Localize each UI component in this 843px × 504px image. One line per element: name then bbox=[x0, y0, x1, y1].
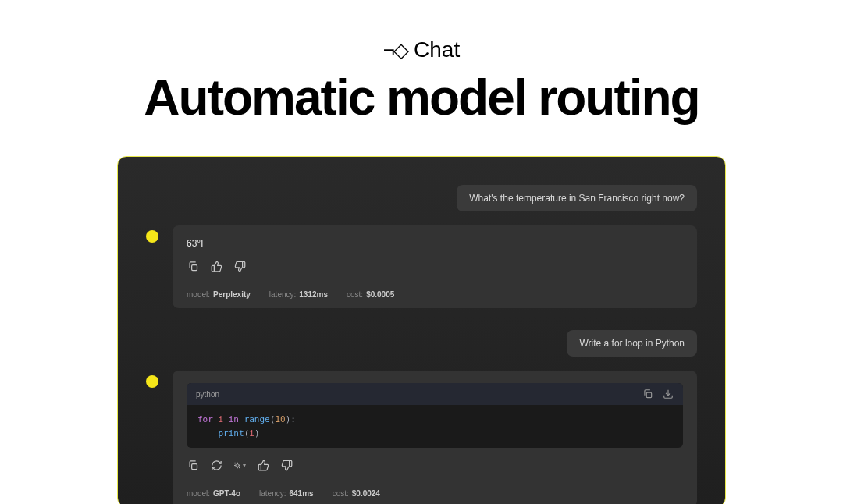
meta-cost-value: $0.0005 bbox=[366, 290, 394, 299]
svg-rect-1 bbox=[646, 392, 651, 397]
assistant-row: 63°F model: Perplexity latency: bbox=[146, 225, 697, 308]
meta-model-value: GPT-4o bbox=[213, 489, 240, 498]
thumbs-up-icon[interactable] bbox=[210, 260, 222, 272]
chevron-down-icon: ▾ bbox=[243, 462, 246, 469]
meta-cost-value: $0.0024 bbox=[352, 489, 380, 498]
code-header: python bbox=[187, 383, 683, 405]
user-message-row: What's the temperature in San Francisco … bbox=[146, 185, 697, 211]
assistant-avatar bbox=[146, 375, 158, 388]
meta-latency: latency: 1312ms bbox=[269, 290, 328, 299]
chat-label-row: ¬◇ Chat bbox=[0, 37, 843, 62]
svg-rect-3 bbox=[191, 463, 197, 469]
meta-cost-label: cost: bbox=[347, 290, 363, 299]
code-line: for i in range(10): bbox=[197, 413, 672, 427]
code-block: python for i in range(10): print(i) bbox=[187, 383, 683, 448]
chat-window: What's the temperature in San Francisco … bbox=[117, 156, 726, 504]
meta-latency-value: 641ms bbox=[290, 489, 314, 498]
meta-model-label: model: bbox=[187, 489, 210, 498]
regenerate-icon[interactable] bbox=[210, 459, 222, 471]
meta-model: model: Perplexity bbox=[187, 290, 251, 299]
page-title: Automatic model routing bbox=[0, 69, 843, 126]
assistant-answer-text: 63°F bbox=[187, 238, 683, 249]
assistant-row: python for i in range(10): print(i) bbox=[146, 371, 697, 504]
copy-code-icon[interactable] bbox=[642, 389, 653, 399]
meta-model-label: model: bbox=[187, 290, 210, 299]
user-message-row: Write a for loop in Python bbox=[146, 330, 697, 357]
meta-model-value: Perplexity bbox=[213, 290, 251, 299]
svg-rect-0 bbox=[191, 264, 197, 270]
meta-latency-label: latency: bbox=[269, 290, 296, 299]
meta-row: model: Perplexity latency: 1312ms cost: … bbox=[187, 290, 683, 299]
logo-symbols: ¬◇ bbox=[383, 38, 407, 62]
meta-latency-label: latency: bbox=[259, 489, 286, 498]
thumbs-down-icon[interactable] bbox=[233, 260, 246, 272]
page-header: ¬◇ Chat Automatic model routing bbox=[0, 0, 843, 126]
user-message-bubble: What's the temperature in San Francisco … bbox=[457, 185, 697, 211]
code-header-actions bbox=[642, 389, 674, 399]
thumbs-up-icon[interactable] bbox=[257, 459, 269, 471]
copy-icon[interactable] bbox=[187, 459, 199, 471]
code-content: for i in range(10): print(i) bbox=[187, 405, 683, 448]
sparkle-icon[interactable]: ▾ bbox=[233, 459, 246, 471]
chat-label: Chat bbox=[414, 37, 460, 62]
meta-cost: cost: $0.0005 bbox=[347, 290, 394, 299]
meta-row: model: GPT-4o latency: 641ms cost: $0.00… bbox=[187, 489, 683, 498]
meta-latency: latency: 641ms bbox=[259, 489, 314, 498]
user-message-bubble: Write a for loop in Python bbox=[567, 330, 697, 357]
actions-row: ▾ bbox=[187, 459, 683, 481]
assistant-avatar bbox=[146, 230, 158, 243]
actions-row bbox=[187, 260, 683, 282]
thumbs-down-icon[interactable] bbox=[280, 459, 293, 471]
copy-icon[interactable] bbox=[187, 260, 199, 272]
code-line: print(i) bbox=[197, 427, 672, 441]
download-code-icon[interactable] bbox=[663, 389, 674, 399]
meta-model: model: GPT-4o bbox=[187, 489, 240, 498]
assistant-card: 63°F model: Perplexity latency: bbox=[173, 225, 697, 308]
meta-cost: cost: $0.0024 bbox=[333, 489, 380, 498]
meta-latency-value: 1312ms bbox=[299, 290, 328, 299]
code-language-label: python bbox=[196, 390, 219, 399]
assistant-card: python for i in range(10): print(i) bbox=[173, 371, 697, 504]
meta-cost-label: cost: bbox=[333, 489, 349, 498]
